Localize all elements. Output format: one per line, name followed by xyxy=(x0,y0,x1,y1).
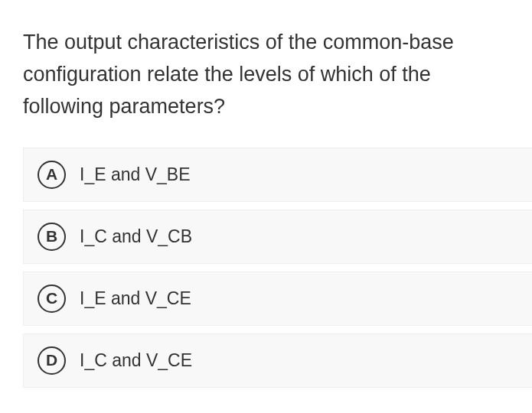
option-letter-b: B xyxy=(38,223,66,251)
option-text-a: I_E and V_BE xyxy=(80,164,191,185)
option-text-d: I_C and V_CE xyxy=(80,350,192,371)
option-d[interactable]: D I_C and V_CE xyxy=(23,333,532,388)
options-list: A I_E and V_BE B I_C and V_CB C I_E and … xyxy=(23,148,532,388)
option-letter-c: C xyxy=(38,285,66,313)
option-b[interactable]: B I_C and V_CB xyxy=(23,210,532,264)
option-text-b: I_C and V_CB xyxy=(80,226,192,247)
option-letter-d: D xyxy=(38,346,66,375)
option-text-c: I_E and V_CE xyxy=(80,288,191,309)
question-text: The output characteristics of the common… xyxy=(23,27,532,123)
option-a[interactable]: A I_E and V_BE xyxy=(23,148,532,202)
option-letter-a: A xyxy=(38,161,66,189)
option-c[interactable]: C I_E and V_CE xyxy=(23,272,532,326)
